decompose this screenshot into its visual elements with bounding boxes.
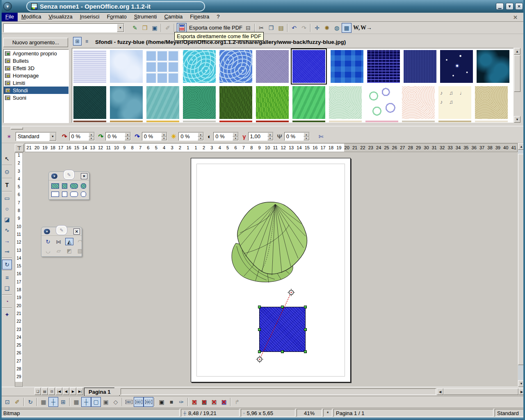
new-topic-button[interactable]: Nuovo argomento... bbox=[3, 38, 68, 47]
gallery-topic-sfondi[interactable]: Sfondi bbox=[4, 87, 68, 94]
canvas-horizontal-scrollbar[interactable]: ◀ ▶ bbox=[437, 388, 525, 395]
gallery-topic-argomento-proprio[interactable]: Argomento proprio bbox=[4, 50, 68, 57]
whats-this-icon[interactable]: W, bbox=[352, 23, 361, 33]
spray-icon[interactable]: ✺ bbox=[322, 23, 332, 33]
crop-icon[interactable]: ✄ bbox=[316, 132, 326, 142]
grid-view-icon[interactable]: ⊞ bbox=[73, 37, 82, 46]
gallery-thumbnail-fabric-navy[interactable] bbox=[404, 50, 436, 83]
gallery-thumbnail-clouds-pale[interactable] bbox=[110, 50, 143, 83]
save-icon[interactable]: ▣ bbox=[150, 23, 160, 33]
spin-down-icon[interactable]: ▼ bbox=[267, 137, 273, 141]
insert-object-tool[interactable]: ◔ bbox=[2, 297, 12, 306]
ruler-origin-button[interactable]: ⊤ bbox=[15, 144, 24, 152]
drawing-canvas[interactable] bbox=[24, 153, 518, 387]
arrange-tool[interactable]: ❏ bbox=[2, 283, 12, 293]
menu-visualizza[interactable]: Visualizza bbox=[45, 13, 76, 21]
rotation-mode-icon[interactable]: ↻ bbox=[25, 397, 35, 407]
shape-rectangle-outline[interactable] bbox=[51, 191, 59, 197]
glue-points-icon[interactable]: ✐ bbox=[12, 397, 22, 407]
rectangle-tool[interactable]: ▭ bbox=[2, 193, 12, 203]
prev-page-button[interactable]: ◀ bbox=[63, 388, 69, 395]
exit-all-groups-icon[interactable]: ↱ bbox=[232, 397, 242, 407]
snap-to-border-icon[interactable]: ▣ bbox=[101, 397, 111, 407]
spin-up-icon[interactable]: ▲ bbox=[89, 132, 94, 137]
gallery-scroll-up-icon[interactable]: ▲ bbox=[514, 48, 520, 55]
alignment-tool[interactable]: ≡ bbox=[2, 273, 12, 283]
cut-icon[interactable]: ✂ bbox=[256, 23, 266, 33]
shape-rounded-rectangle-filled[interactable] bbox=[70, 183, 78, 189]
gamma-spinner[interactable]: 1,00▲▼ bbox=[248, 132, 274, 141]
substitute-color-icon[interactable]: ▦✕ bbox=[219, 397, 229, 407]
redo-icon[interactable]: ↷ bbox=[299, 23, 309, 33]
palette-close-icon[interactable]: ✕ bbox=[81, 173, 87, 179]
effects-palette-titlebar[interactable]: ▼ ✎ ✕ bbox=[41, 227, 82, 236]
list-view-icon[interactable]: ≡ bbox=[82, 37, 91, 46]
document-close-icon[interactable]: ✕ bbox=[513, 14, 518, 21]
gallery-icon[interactable]: ▦ bbox=[342, 23, 352, 33]
gallery-thumbnail-green-speckle[interactable] bbox=[183, 86, 216, 119]
gallery-thumbnail-grass-bright[interactable] bbox=[256, 86, 289, 119]
connector-tool[interactable]: ⊸ bbox=[2, 247, 12, 256]
palette-collapse-icon[interactable]: ▼ bbox=[51, 173, 58, 179]
gallery-topic-limiti[interactable]: Limiti bbox=[4, 79, 68, 87]
quick-edit-icon[interactable]: ABC bbox=[124, 397, 134, 407]
gallery-thumbnail-music-notes[interactable]: ♪ ♫ ♩ ♪ ♫ bbox=[438, 86, 471, 119]
effects-palette[interactable]: ▼ ✎ ✕ ↻⋈◭◠◡▱◩▧ bbox=[41, 227, 82, 257]
guides-moving-icon[interactable]: ⊞ bbox=[58, 397, 68, 407]
navigator-icon[interactable]: ✛ bbox=[312, 23, 322, 33]
edit-points-icon[interactable]: ⊡ bbox=[2, 397, 12, 407]
spin-down-icon[interactable]: ▼ bbox=[125, 137, 130, 141]
first-page-button[interactable]: |◀ bbox=[56, 388, 62, 395]
rotate-3d-icon[interactable]: ◭ bbox=[65, 238, 73, 245]
gallery-thumbnail-carpet-teal-dark[interactable] bbox=[73, 86, 106, 119]
drawing-mode-button[interactable]: ❏ bbox=[34, 388, 41, 395]
new-document-icon[interactable]: ✎ bbox=[130, 23, 140, 33]
copy-icon[interactable]: ❐ bbox=[266, 23, 276, 33]
modify-with-attributes-icon[interactable]: ▣ bbox=[157, 397, 167, 407]
menu-strumenti[interactable]: Strumenti bbox=[130, 13, 161, 21]
last-page-button[interactable]: ▶| bbox=[77, 388, 83, 395]
picture-placeholder-icon[interactable]: ✑ bbox=[176, 397, 186, 407]
shape-rounded-square-outline[interactable] bbox=[80, 191, 87, 197]
shade-button[interactable]: ▼ bbox=[506, 3, 514, 10]
spin-down-icon[interactable]: ▼ bbox=[304, 137, 309, 141]
graphics-mode-dropdown-icon[interactable]: ▼ bbox=[49, 132, 56, 141]
undo-icon[interactable]: ↶ bbox=[289, 23, 299, 33]
gallery-thumbnail-waves-green[interactable] bbox=[292, 86, 325, 119]
gallery-thumbnail-tiles-blue[interactable] bbox=[146, 50, 179, 83]
spin-down-icon[interactable]: ▼ bbox=[161, 137, 167, 141]
gallery-thumbnail-squares-blue[interactable] bbox=[331, 50, 363, 83]
help-agent-icon[interactable]: W→ bbox=[361, 23, 371, 33]
snap-to-lines-icon[interactable]: ┼ bbox=[81, 397, 91, 407]
green-channel-spinner[interactable]: 0 %▲▼ bbox=[105, 132, 131, 141]
gallery-topic-suoni[interactable]: Suoni bbox=[4, 94, 68, 101]
snap-to-grid-icon[interactable]: ▦ bbox=[71, 397, 81, 407]
gallery-thumbnail-water-teal-light[interactable] bbox=[146, 86, 179, 119]
shape-rounded-square-filled[interactable] bbox=[80, 183, 87, 189]
gallery-thumbnail-stars-night[interactable] bbox=[440, 50, 473, 83]
filter-icon[interactable]: ✶ bbox=[4, 132, 14, 142]
gallery-scroll-down-icon[interactable]: ▼ bbox=[514, 116, 520, 123]
distort-icon[interactable]: ▱ bbox=[55, 247, 63, 254]
shape-rounded-rectangle-outline[interactable] bbox=[70, 191, 78, 197]
rectangles-palette[interactable]: ▼ ✎ ✕ bbox=[48, 171, 89, 200]
edit-file-icon[interactable]: ✐ bbox=[163, 23, 173, 33]
title-bar[interactable]: ▼ Senza nome1 - OpenOffice.org 1.1.2-it … bbox=[0, 0, 525, 13]
3d-objects-tool[interactable]: ◪ bbox=[2, 215, 12, 224]
green-3d-object[interactable] bbox=[228, 200, 310, 284]
gallery-thumbnail-grass-dark[interactable] bbox=[219, 86, 252, 119]
url-input[interactable] bbox=[4, 24, 117, 32]
spin-down-icon[interactable]: ▼ bbox=[198, 137, 203, 141]
shape-square-filled[interactable] bbox=[62, 183, 68, 189]
menu-finestra[interactable]: Finestra bbox=[186, 13, 213, 21]
export-pdf-button[interactable] bbox=[177, 23, 187, 33]
select-text-area-icon[interactable]: ABC bbox=[134, 397, 144, 407]
gallery-thumbnail-fuzzy-blue[interactable] bbox=[292, 50, 325, 83]
gallery-splitter[interactable] bbox=[0, 126, 525, 130]
spin-up-icon[interactable]: ▲ bbox=[161, 132, 167, 137]
gallery-thumbnail-circuit-navy[interactable] bbox=[367, 50, 400, 83]
palette-close-icon[interactable]: ✕ bbox=[73, 228, 80, 235]
ellipse-tool[interactable]: ○ bbox=[2, 204, 12, 214]
gallery-topic-list[interactable]: Argomento proprioBulletsEffetti 3DHomepa… bbox=[3, 49, 69, 123]
gallery-thumbnail-mint-dots[interactable] bbox=[329, 86, 362, 119]
